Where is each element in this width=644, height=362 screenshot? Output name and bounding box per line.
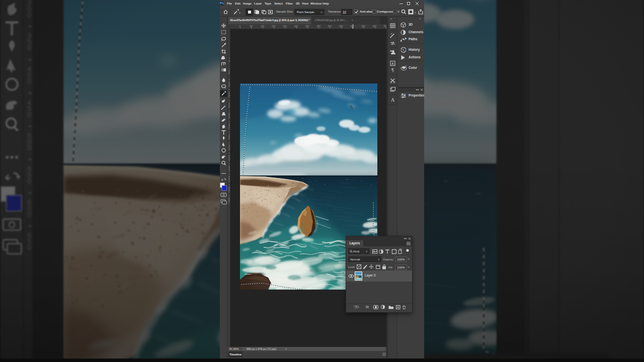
svg-text:¶: ¶	[391, 67, 394, 72]
svg-text:A: A	[391, 97, 395, 103]
svg-text:A: A	[391, 61, 394, 66]
svg-text:fx: fx	[366, 305, 369, 309]
